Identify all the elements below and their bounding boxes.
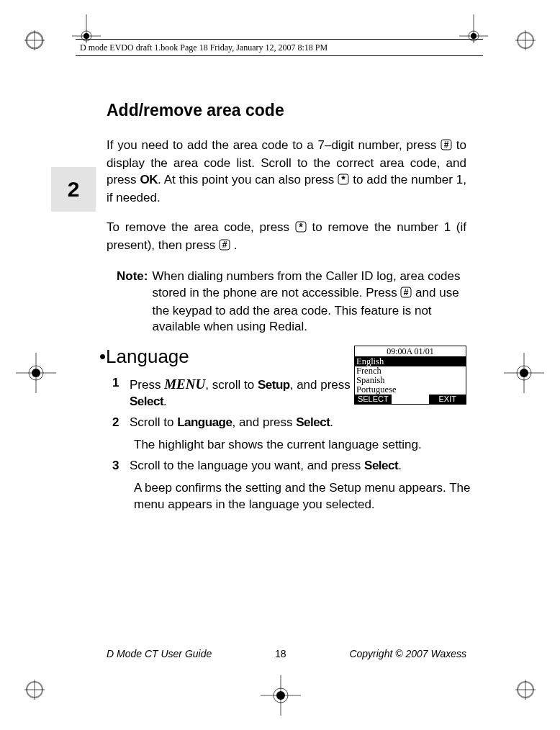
step-number: 1	[112, 375, 119, 392]
ui-label-select: Select	[130, 395, 163, 408]
text: Scroll to the language you want, and pre…	[130, 459, 364, 472]
running-header-text: D mode EVDO draft 1.book Page 18 Friday,…	[80, 42, 328, 53]
text: . At this point you can also press	[158, 173, 338, 186]
ui-label-setup: Setup	[258, 378, 290, 392]
registration-mark	[24, 30, 45, 50]
text: To remove the area code, press	[107, 220, 295, 234]
chapter-number-tab: 2	[51, 167, 96, 212]
step-number: 3	[112, 458, 119, 474]
svg-text:#: #	[404, 287, 409, 297]
steps-list: 1 Press MENU, scroll to Setup, and press…	[107, 375, 466, 513]
paragraph: To remove the area code, press * to remo…	[107, 220, 466, 256]
text: , and press	[290, 378, 351, 392]
svg-point-24	[520, 369, 528, 377]
star-icon: *	[338, 174, 349, 190]
running-header: D mode EVDO draft 1.book Page 18 Friday,…	[76, 39, 483, 56]
footer-right: Copyright © 2007 Waxess	[349, 648, 466, 659]
text: Press	[130, 378, 164, 392]
page-footer: D Mode CT User Guide 18 Copyright © 2007…	[107, 648, 466, 659]
step-subtext: The highlight bar shows the current lang…	[130, 437, 472, 454]
text: .	[163, 395, 167, 408]
registration-mark	[515, 30, 536, 50]
phone-option-selected: English	[355, 357, 466, 366]
section-title: Add/remove area code	[107, 101, 466, 120]
text: , and press	[232, 415, 296, 429]
star-icon: *	[295, 221, 307, 238]
note-text: When dialing numbers from the Caller ID …	[152, 269, 466, 336]
list-item: 3 Scroll to the language you want, and p…	[107, 458, 466, 513]
text: .	[398, 459, 402, 472]
svg-point-32	[83, 33, 89, 39]
hash-icon: #	[219, 239, 230, 256]
hash-icon: #	[400, 287, 412, 303]
svg-text:*: *	[299, 221, 303, 233]
content-area: Add/remove area code If you need to add …	[107, 101, 466, 518]
registration-mark	[515, 680, 536, 700]
hash-icon: #	[441, 139, 452, 156]
text: .	[330, 415, 333, 429]
ok-icon: OK	[140, 173, 158, 186]
svg-text:*: *	[342, 174, 346, 185]
chapter-number: 2	[68, 177, 80, 201]
step-number: 2	[112, 415, 119, 431]
phone-status-bar: 09:00A 01/01	[355, 346, 466, 357]
text: .	[230, 238, 237, 252]
list-item: 2 Scroll to Language, and press Select. …	[107, 415, 466, 454]
ui-label-select: Select	[296, 415, 330, 429]
page-number: 18	[275, 648, 286, 659]
footer-left: D Mode CT User Guide	[107, 648, 212, 659]
note-label: Note:	[117, 269, 152, 336]
language-section: •Language 09:00A 01/01 English French Sp…	[107, 346, 466, 513]
svg-point-28	[276, 691, 285, 700]
crop-mark	[16, 353, 56, 393]
page-root: D mode EVDO draft 1.book Page 18 Friday,…	[0, 0, 560, 730]
ui-label-select: Select	[364, 459, 398, 472]
crop-mark	[261, 675, 301, 716]
svg-point-20	[32, 369, 40, 377]
svg-point-36	[471, 33, 477, 39]
menu-key-label: MENU	[164, 377, 205, 392]
svg-text:#: #	[444, 140, 449, 150]
svg-text:#: #	[222, 240, 227, 250]
crop-mark	[504, 353, 544, 393]
list-item: 1 Press MENU, scroll to Setup, and press…	[107, 375, 466, 410]
step-subtext: A beep confirms the setting and the Setu…	[130, 480, 472, 513]
text: Scroll to	[130, 415, 177, 429]
text: , scroll to	[205, 378, 258, 392]
text: If you need to add the area code to a 7–…	[107, 138, 441, 152]
registration-mark	[24, 680, 45, 700]
ui-label-language: Language	[177, 415, 232, 429]
note-block: Note: When dialing numbers from the Call…	[107, 269, 466, 336]
paragraph: If you need to add the area code to a 7–…	[107, 138, 466, 207]
